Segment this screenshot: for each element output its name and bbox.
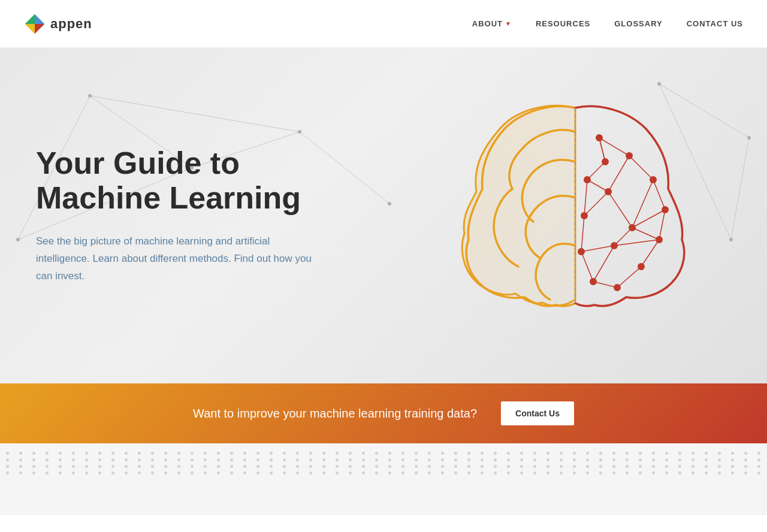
dot <box>362 465 365 468</box>
nav-link-resources[interactable]: RESOURCES <box>536 19 590 28</box>
svg-line-58 <box>614 240 659 246</box>
dot <box>177 471 180 474</box>
dot <box>533 471 536 474</box>
dot <box>678 458 681 461</box>
hero-brain-illustration <box>384 48 767 383</box>
dot <box>678 465 681 468</box>
svg-line-37 <box>599 138 629 156</box>
dot <box>573 452 576 455</box>
dot <box>375 452 378 455</box>
dot <box>626 471 629 474</box>
dot <box>731 452 734 455</box>
dot <box>362 458 365 461</box>
svg-line-38 <box>629 156 653 180</box>
dot <box>230 471 233 474</box>
nav-link-about[interactable]: ABOUT ▼ <box>472 19 512 28</box>
dot <box>757 465 760 468</box>
dot <box>573 458 576 461</box>
dot <box>415 465 418 468</box>
dot <box>401 465 404 468</box>
dot <box>467 471 470 474</box>
dot <box>217 458 220 461</box>
svg-line-55 <box>632 210 665 228</box>
dot <box>744 465 747 468</box>
dot <box>111 471 114 474</box>
dot <box>349 471 352 474</box>
dot <box>652 452 655 455</box>
dot <box>731 465 734 468</box>
dot <box>691 471 694 474</box>
svg-line-56 <box>584 192 608 216</box>
dot <box>520 465 523 468</box>
dot <box>415 452 418 455</box>
dot <box>481 458 484 461</box>
dot-pattern <box>0 443 767 483</box>
dot <box>665 458 668 461</box>
dot <box>401 452 404 455</box>
nav-link-contact-us[interactable]: CONTACT US <box>687 19 743 28</box>
dot <box>138 465 141 468</box>
dot <box>85 458 88 461</box>
logo[interactable]: appen <box>24 13 92 35</box>
dot <box>678 471 681 474</box>
dot <box>217 452 220 455</box>
dot <box>599 471 602 474</box>
dot <box>546 452 549 455</box>
dot <box>230 452 233 455</box>
svg-line-52 <box>614 228 632 246</box>
dot <box>72 458 75 461</box>
dot <box>652 471 655 474</box>
dot <box>612 471 615 474</box>
dot <box>296 458 299 461</box>
dot <box>388 452 391 455</box>
dot <box>283 452 286 455</box>
dot <box>243 471 246 474</box>
dot <box>336 452 339 455</box>
hero-section: Your Guide to Machine Learning See the b… <box>0 48 767 383</box>
nav-link-glossary[interactable]: GLOSSARY <box>614 19 662 28</box>
dot <box>151 458 154 461</box>
dot <box>612 465 615 468</box>
dot <box>217 465 220 468</box>
dot <box>6 471 9 474</box>
dot <box>125 465 128 468</box>
dot <box>46 465 49 468</box>
svg-point-11 <box>88 94 92 98</box>
dot <box>151 452 154 455</box>
svg-line-41 <box>641 240 659 267</box>
dot <box>481 465 484 468</box>
dot <box>494 458 497 461</box>
dot <box>573 471 576 474</box>
dot <box>32 452 35 455</box>
chevron-down-icon: ▼ <box>505 20 512 27</box>
dot <box>217 471 220 474</box>
dot <box>757 471 760 474</box>
dot <box>19 471 22 474</box>
dot <box>494 465 497 468</box>
dot <box>454 465 457 468</box>
dot <box>322 471 325 474</box>
dot <box>744 471 747 474</box>
dot <box>177 465 180 468</box>
contact-us-button[interactable]: Contact Us <box>501 401 574 425</box>
dot <box>520 471 523 474</box>
svg-line-59 <box>581 246 614 252</box>
dot <box>125 471 128 474</box>
dot <box>546 458 549 461</box>
dot <box>691 458 694 461</box>
dot <box>32 458 35 461</box>
dot <box>191 452 194 455</box>
dot <box>296 471 299 474</box>
dot <box>757 452 760 455</box>
dot <box>283 471 286 474</box>
dot <box>46 452 49 455</box>
dot <box>256 471 259 474</box>
dot <box>599 452 602 455</box>
dot <box>59 452 62 455</box>
dot <box>533 465 536 468</box>
dot <box>441 465 444 468</box>
dot <box>546 471 549 474</box>
hero-content: Your Guide to Machine Learning See the b… <box>0 98 360 332</box>
dot <box>349 465 352 468</box>
svg-line-40 <box>659 210 665 240</box>
